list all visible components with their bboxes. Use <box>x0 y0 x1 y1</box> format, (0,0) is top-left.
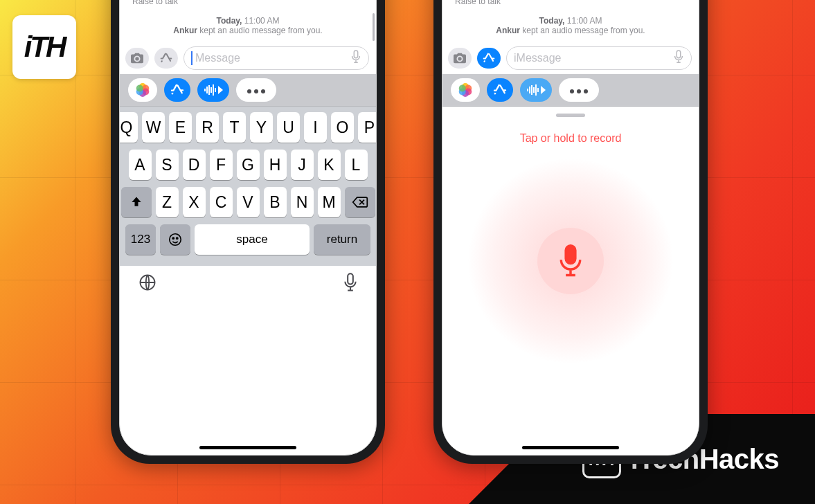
audio-message-app[interactable] <box>197 78 229 102</box>
key-q[interactable]: Q <box>119 112 138 143</box>
key-y[interactable]: Y <box>250 112 273 143</box>
key-g[interactable]: G <box>237 150 260 180</box>
imessage-app-strip <box>442 74 699 107</box>
return-key[interactable]: return <box>314 224 370 255</box>
more-apps-button[interactable] <box>236 78 276 102</box>
screen-right: Today, 10:56 AM 00:00 Raise to talk Toda… <box>442 0 699 456</box>
svg-point-15 <box>177 237 178 239</box>
svg-rect-7 <box>204 89 206 91</box>
svg-point-13 <box>170 234 181 246</box>
svg-rect-31 <box>566 246 575 264</box>
keyboard: QWERTYUIOP ASDFGHJKL ZXCVBNM 123 space r… <box>120 107 376 266</box>
logo-mark: iTH <box>24 30 65 64</box>
home-indicator[interactable] <box>199 446 296 449</box>
key-i[interactable]: I <box>304 112 327 143</box>
system-kept-message: Ankur kept an audio message from you. <box>125 26 370 35</box>
compose-row: iMessage <box>442 42 699 74</box>
camera-button[interactable] <box>125 48 149 69</box>
svg-rect-8 <box>206 87 208 93</box>
key-d[interactable]: D <box>183 150 206 180</box>
key-r[interactable]: R <box>196 112 219 143</box>
key-f[interactable]: F <box>210 150 233 180</box>
keyboard-mic-icon[interactable] <box>343 273 358 297</box>
keyboard-bottom-bar <box>120 266 376 314</box>
key-n[interactable]: N <box>291 187 314 217</box>
svg-point-24 <box>459 85 466 92</box>
home-indicator[interactable] <box>522 446 619 449</box>
shift-key[interactable] <box>121 187 152 217</box>
system-kept-message: Ankur kept an audio message from you. <box>448 26 693 35</box>
phone-right: Today, 10:56 AM 00:00 Raise to talk Toda… <box>433 0 708 464</box>
record-button[interactable] <box>537 228 604 294</box>
app-drawer-button[interactable] <box>477 48 501 69</box>
svg-point-6 <box>136 85 143 92</box>
key-c[interactable]: C <box>210 187 233 217</box>
key-v[interactable]: V <box>237 187 260 217</box>
photos-app[interactable] <box>128 78 157 102</box>
key-s[interactable]: S <box>156 150 179 180</box>
grabber-handle[interactable] <box>556 114 585 117</box>
timestamp-2: Today, 11:00 AM <box>125 16 370 26</box>
app-drawer-button[interactable] <box>154 48 178 69</box>
record-prompt: Tap or hold to record <box>520 132 622 145</box>
photos-app[interactable] <box>451 78 480 102</box>
timestamp-2: Today, 11:00 AM <box>448 16 693 26</box>
numeric-key[interactable]: 123 <box>125 224 156 255</box>
screen-left: Today, 10:56 AM 00:00 Raise to talk Toda… <box>119 0 377 456</box>
app-store-app[interactable] <box>164 78 190 102</box>
key-a[interactable]: A <box>129 150 152 180</box>
phone-left: Today, 10:56 AM 00:00 Raise to talk Toda… <box>111 0 385 464</box>
key-b[interactable]: B <box>264 187 287 217</box>
key-j[interactable]: J <box>291 150 314 180</box>
svg-rect-30 <box>537 88 539 92</box>
audio-record-panel: Tap or hold to record <box>442 107 699 455</box>
svg-rect-9 <box>208 85 210 95</box>
message-placeholder: iMessage <box>514 52 673 64</box>
backspace-key[interactable] <box>345 187 375 217</box>
app-store-app[interactable] <box>487 78 513 102</box>
svg-rect-17 <box>348 273 353 284</box>
more-apps-button[interactable] <box>559 78 599 102</box>
key-e[interactable]: E <box>169 112 192 143</box>
logo-top: iTH <box>12 15 76 79</box>
key-t[interactable]: T <box>223 112 246 143</box>
key-u[interactable]: U <box>277 112 300 143</box>
key-p[interactable]: P <box>358 112 377 143</box>
svg-rect-25 <box>527 89 528 91</box>
key-x[interactable]: X <box>183 187 206 217</box>
svg-point-14 <box>172 237 174 239</box>
key-w[interactable]: W <box>142 112 165 143</box>
record-halo <box>467 157 674 365</box>
key-o[interactable]: O <box>331 112 354 143</box>
message-input[interactable]: iMessage <box>506 46 692 70</box>
space-key[interactable]: space <box>195 224 310 255</box>
scrollbar[interactable] <box>373 13 375 41</box>
raise-to-talk-label: Raise to talk <box>455 0 693 6</box>
svg-rect-0 <box>354 51 357 58</box>
key-h[interactable]: H <box>264 150 287 180</box>
svg-rect-26 <box>529 87 530 93</box>
audio-message-app-selected[interactable] <box>520 78 552 102</box>
svg-rect-18 <box>677 51 680 58</box>
svg-rect-28 <box>533 87 535 93</box>
globe-icon[interactable] <box>138 273 157 297</box>
imessage-app-strip <box>120 74 376 107</box>
message-input[interactable]: Message <box>183 46 369 70</box>
emoji-key[interactable] <box>160 224 190 255</box>
chat-area: Today, 10:56 AM 00:00 Raise to talk Toda… <box>120 0 376 42</box>
svg-rect-27 <box>531 85 532 95</box>
dictation-icon[interactable] <box>350 50 361 66</box>
ellipsis-icon <box>246 84 267 96</box>
raise-to-talk-label: Raise to talk <box>132 0 370 6</box>
text-cursor <box>191 51 192 65</box>
key-l[interactable]: L <box>345 150 368 180</box>
key-k[interactable]: K <box>318 150 341 180</box>
message-placeholder: Message <box>195 52 240 64</box>
chat-area: Today, 10:56 AM 00:00 Raise to talk Toda… <box>442 0 699 42</box>
dictation-icon[interactable] <box>673 50 684 66</box>
compose-row: Message <box>120 42 376 74</box>
key-z[interactable]: Z <box>156 187 179 217</box>
camera-button[interactable] <box>448 48 472 69</box>
key-m[interactable]: M <box>318 187 341 217</box>
svg-rect-29 <box>535 84 537 96</box>
